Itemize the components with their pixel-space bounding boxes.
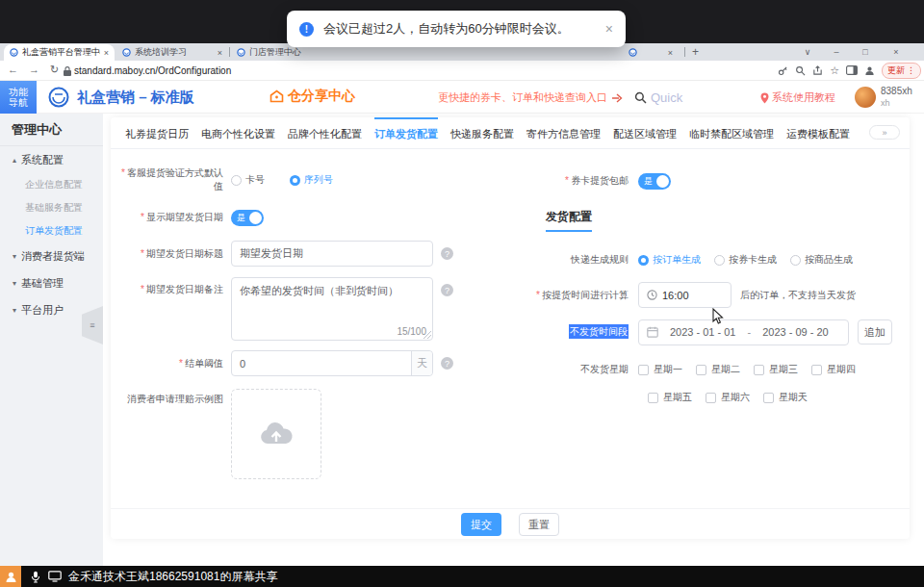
label-text: 客服提货验证方式默认值 <box>127 167 223 191</box>
help-icon[interactable]: ? <box>441 247 453 260</box>
browser-tab-gift-admin[interactable]: 礼盒营销平台管理中心 × <box>4 44 115 61</box>
warehouse-share-center-link[interactable]: 仓分享中心 <box>270 88 355 105</box>
tutorial-link[interactable]: 系统使用教程 <box>760 90 835 105</box>
tab-temp-forbidden-area[interactable]: 临时禁配区域管理 <box>689 117 774 148</box>
tab-order-shipping-config[interactable]: 订单发货配置 <box>374 117 438 148</box>
sidebar-group-basic-management[interactable]: ▾ 基础管理 <box>0 269 103 296</box>
expected-date-title-input[interactable] <box>240 248 424 260</box>
app-header: 功能 导航 礼盒营销 – 标准版 仓分享中心 更快捷的券卡、订单和快递查询入口 … <box>0 81 924 114</box>
browser-address-bar: ← → ↻ standard.maboy.cn/OrdConfiguration… <box>0 61 924 81</box>
checkbox-label: 星期三 <box>769 363 798 376</box>
tab-close-icon[interactable]: × <box>668 48 673 58</box>
lock-icon[interactable] <box>64 66 71 76</box>
sidebar-item-order-shipping[interactable]: 订单发货配置 <box>0 219 103 242</box>
content-card: 礼券提货日历 电商个性化设置 品牌个性化配置 订单发货配置 快递服务配置 寄件方… <box>111 117 910 539</box>
quick-search-label[interactable]: Quick <box>651 90 682 105</box>
tab-close-icon[interactable]: × <box>104 48 109 58</box>
resize-grip-icon[interactable] <box>424 331 431 339</box>
screen-share-icon[interactable] <box>48 571 62 582</box>
window-close-icon[interactable]: × <box>886 43 907 60</box>
sidebar-item-basic-service[interactable]: 基础服务配置 <box>0 196 103 219</box>
site-favicon <box>10 48 18 57</box>
tab-freight-template[interactable]: 运费模板配置 <box>786 117 850 148</box>
pickup-time-suffix-text: 后的订单，不支持当天发货 <box>740 289 856 302</box>
pickup-time-input[interactable]: 16:00 <box>638 282 732 308</box>
field-claim-example: 消费者申请理赔示例图 <box>118 389 321 479</box>
radio-by-product[interactable]: 按商品生成 <box>790 253 853 267</box>
range-end-date[interactable]: 2023 - 09 - 20 <box>762 326 829 338</box>
sidebar-group-consumer-pickup[interactable]: ▾ 消费者提货端 <box>0 242 103 269</box>
location-pin-icon <box>760 92 769 104</box>
reset-button[interactable]: 重置 <box>519 513 559 536</box>
tab-voucher-calendar[interactable]: 礼券提货日历 <box>125 117 189 148</box>
tab-brand-custom[interactable]: 品牌个性化配置 <box>288 117 362 148</box>
function-nav-button[interactable]: 功能 导航 <box>0 81 37 114</box>
forward-icon[interactable]: → <box>29 64 39 75</box>
radio-serial-number[interactable]: 序列号 <box>290 173 333 187</box>
toast-close-icon[interactable]: × <box>605 21 613 37</box>
profile-icon[interactable] <box>864 65 875 76</box>
field-no-ship-period: 不发货时间段 2023 - 01 - 01 - 2023 - 09 - 20 追… <box>488 319 892 345</box>
sidebar-group-system-config[interactable]: ▴ 系统配置 <box>0 146 103 173</box>
radio-icon <box>290 175 300 186</box>
key-icon[interactable] <box>778 65 788 76</box>
claim-example-upload-box[interactable] <box>231 389 321 479</box>
back-icon[interactable]: ← <box>8 64 18 75</box>
tab-ecommerce-custom[interactable]: 电商个性化设置 <box>201 117 275 148</box>
tab-title: 门店管理中心 <box>249 46 337 59</box>
zoom-icon[interactable] <box>795 65 806 76</box>
expected-date-note-textarea-wrap: 你希望的发货时间（非到货时间） 15/100 <box>231 277 433 341</box>
highlighted-label-text: 不发货时间段 <box>569 324 629 339</box>
tab-close-icon[interactable]: × <box>218 48 222 58</box>
append-period-button[interactable]: 追加 <box>858 319 892 345</box>
checkbox-icon <box>648 393 658 403</box>
no-ship-date-range-input[interactable]: 2023 - 01 - 01 - 2023 - 09 - 20 <box>638 319 849 345</box>
new-tab-button[interactable]: + <box>692 45 699 59</box>
reload-icon[interactable]: ↻ <box>50 64 59 76</box>
tab-sender-info[interactable]: 寄件方信息管理 <box>526 117 601 148</box>
checkbox-friday[interactable]: 星期五 <box>648 391 706 404</box>
quick-search-icon[interactable] <box>634 91 647 104</box>
window-minimize-icon[interactable]: – <box>826 43 847 60</box>
side-panel-icon[interactable] <box>846 65 858 75</box>
checkbox-thursday[interactable]: 星期四 <box>811 363 869 376</box>
browser-tab-hidden-2[interactable]: × <box>623 44 679 61</box>
checkbox-wednesday[interactable]: 星期三 <box>754 363 811 376</box>
url-text[interactable]: standard.maboy.cn/OrdConfiguration <box>74 65 231 76</box>
close-threshold-input[interactable] <box>240 358 407 370</box>
browser-tab-training[interactable]: 系统培训学习 × <box>116 44 228 61</box>
field-expected-date-title: *期望发货日期标题 ? <box>118 241 453 267</box>
checkbox-saturday[interactable]: 星期六 <box>706 391 763 404</box>
chrome-update-button[interactable]: 更新 ⋮ <box>882 63 921 79</box>
checkbox-sunday[interactable]: 星期天 <box>763 391 821 404</box>
tab-overflow-button[interactable]: » <box>869 125 900 140</box>
tab-delivery-area[interactable]: 配送区域管理 <box>613 117 677 148</box>
tab-express-service[interactable]: 快递服务配置 <box>450 117 514 148</box>
hamburger-icon: ≡ <box>90 320 94 330</box>
screen-share-bar: 金禾通技术王斌18662591081的屏幕共享 <box>0 566 924 587</box>
submit-button[interactable]: 提交 <box>461 513 501 536</box>
help-icon[interactable]: ? <box>441 284 453 296</box>
share-icon[interactable] <box>812 65 823 76</box>
radio-by-voucher[interactable]: 按券卡生成 <box>714 253 777 267</box>
sharer-avatar <box>0 566 21 587</box>
user-avatar[interactable] <box>855 87 876 108</box>
radio-by-order[interactable]: 按订单生成 <box>638 253 701 267</box>
range-start-date[interactable]: 2023 - 01 - 01 <box>670 326 736 338</box>
site-favicon <box>122 48 131 57</box>
checkbox-monday[interactable]: 星期一 <box>638 363 696 376</box>
radio-card-number[interactable]: 卡号 <box>231 173 265 187</box>
bookmark-star-icon[interactable]: ☆ <box>830 64 839 77</box>
checkbox-tuesday[interactable]: 星期二 <box>696 363 754 376</box>
checkbox-icon <box>763 393 774 403</box>
show-date-toggle[interactable]: 是 <box>231 210 264 226</box>
footer-divider <box>111 508 910 509</box>
help-icon[interactable]: ? <box>441 357 453 370</box>
tab-title: 礼盒营销平台管理中心 <box>22 46 100 59</box>
sidebar-item-enterprise-info[interactable]: 企业信息配置 <box>0 173 103 196</box>
free-shipping-toggle[interactable]: 是 <box>638 173 671 190</box>
label-text: 期望发货日期标题 <box>146 248 223 259</box>
microphone-icon[interactable] <box>31 571 40 583</box>
window-menu-icon[interactable]: ∨ <box>797 43 818 60</box>
window-maximize-icon[interactable]: □ <box>855 43 876 60</box>
